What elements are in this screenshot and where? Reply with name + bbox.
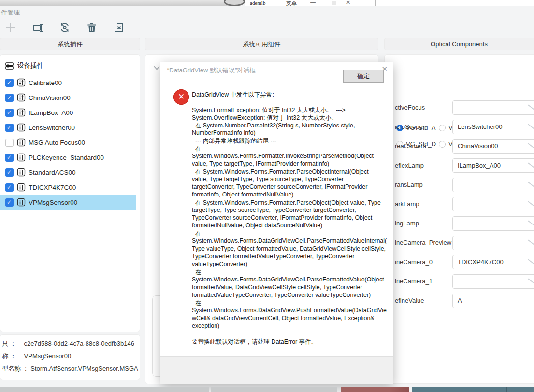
list-item[interactable]: VPMsgSensor00 [0, 195, 136, 210]
field-dropdown[interactable] [452, 216, 534, 231]
duplicate-icon[interactable] [32, 22, 43, 33]
field-value: A [458, 294, 462, 308]
ok-button[interactable]: 确定 [343, 70, 384, 83]
info-label: 只 ： [2, 339, 22, 348]
optical-field-row: ctiveFocus [385, 100, 534, 115]
field-label: ingLamp [395, 216, 419, 231]
datagridview-error-dialog: “DataGridView 默认错误”对话框 ✕ DataGridView 中发… [160, 62, 393, 384]
optical-field-row: efineValueA [385, 294, 534, 308]
remove-x-icon[interactable] [113, 22, 125, 33]
list-item[interactable]: LensSwitcher00 [0, 120, 136, 135]
list-item[interactable]: MSG Auto Focus00 [0, 135, 136, 150]
dropdown-chevron-icon[interactable] [528, 162, 534, 168]
field-label: ineCamera_1 [395, 274, 433, 289]
dialog-message-line: System.FormatException: 值对于 Int32 太大或太小。… [192, 106, 391, 114]
delete-icon[interactable] [86, 22, 98, 33]
info-value: VPMsgSensor00 [22, 352, 71, 360]
field-value: ChinaVision00 [458, 140, 498, 153]
dialog-message-line: value, Type targetType, Type sourceType,… [192, 176, 391, 183]
plugin-label: VPMsgSensor00 [29, 199, 77, 206]
dialog-message-line: System.OverflowException: 值对于 Int32 太大或太… [192, 114, 391, 122]
checkbox[interactable] [5, 124, 14, 132]
dropdown-chevron-icon[interactable] [528, 220, 534, 225]
info-value: Storm.AtfSensor.VPMsgSensor.MSGA [29, 365, 138, 372]
field-dropdown[interactable] [452, 178, 534, 192]
dialog-message-line: 在 [192, 268, 391, 276]
field-dropdown[interactable]: TDICXP4K7C00 [452, 255, 534, 269]
sliders-icon [17, 123, 26, 134]
close-button[interactable]: ✕ [346, 0, 350, 6]
dialog-message-line: TypeConverter sourceConverter, IFormatPr… [192, 214, 391, 222]
chevron-down-icon[interactable] [154, 66, 160, 70]
checkbox[interactable] [5, 109, 14, 117]
dropdown-chevron-icon[interactable] [528, 278, 534, 283]
error-icon [173, 89, 189, 105]
page-title: 件管理 [1, 8, 20, 17]
checkbox[interactable] [5, 94, 14, 102]
info-label: 型名称 ： [2, 364, 29, 373]
field-dropdown[interactable] [452, 197, 534, 211]
list-item[interactable]: PLCKeyence_Standard00 [0, 150, 136, 165]
plugin-list-panel: 设备插件 Calibrate00ChinaVision00ILampBox_A0… [0, 54, 140, 332]
dialog-message-line: 在 System.Number.ParseInt32(String s, Num… [192, 122, 391, 129]
field-dropdown[interactable] [452, 236, 534, 250]
dialog-message-line: 在 System.Windows.Forms.Formatter.ParseOb… [192, 199, 391, 207]
list-item[interactable]: Calibrate00 [0, 75, 136, 90]
field-label: icroScope [395, 120, 423, 134]
list-item[interactable]: TDICXP4K7C00 [0, 180, 136, 195]
list-item[interactable]: ChinaVision00 [0, 90, 136, 105]
sliders-icon [17, 198, 26, 209]
window-user-label: ademlb [250, 0, 265, 6]
refresh-settings-icon[interactable] [59, 22, 71, 33]
dropdown-chevron-icon[interactable] [528, 259, 534, 264]
field-dropdown[interactable] [452, 274, 534, 289]
dialog-message-line: 在 [192, 230, 391, 238]
background-strip-image-slate [412, 387, 534, 392]
dropdown-chevron-icon[interactable] [528, 201, 534, 206]
dialog-message-line: DataGridView 中发生以下异常: [192, 91, 391, 98]
field-label: ineCamera_0 [395, 255, 433, 269]
list-item[interactable]: StandardACS00 [0, 165, 136, 180]
dropdown-chevron-icon[interactable] [528, 239, 534, 245]
dialog-message-line: --- 内部异常堆栈跟踪的结尾 --- [192, 137, 391, 145]
optical-field-row: ineCamera_1 [385, 274, 534, 289]
optical-field-row: eflexLampILampBox_A00 [385, 158, 534, 173]
info-row: 型名称 ： Storm.AtfSensor.VPMsgSensor.MSGA [2, 364, 139, 373]
dropdown-chevron-icon[interactable] [528, 182, 534, 187]
checkbox[interactable] [5, 79, 14, 87]
field-dropdown[interactable]: LensSwitcher00 [452, 120, 534, 134]
dialog-message-line [192, 98, 391, 106]
device-stack-icon [5, 62, 14, 70]
dropdown-chevron-icon[interactable] [528, 104, 534, 110]
dropdown-chevron-icon[interactable] [528, 124, 534, 129]
field-label: ransLamp [395, 178, 423, 192]
sliders-icon [17, 93, 26, 104]
checkbox[interactable] [5, 168, 14, 177]
info-row: 只 ： c2e7d588-0dd2-4c7a-88c8-0edfb3b146 [2, 339, 139, 348]
field-label: arkLamp [395, 197, 419, 211]
checkbox[interactable] [5, 139, 14, 147]
menu-button[interactable]: 菜单 [286, 0, 297, 7]
field-dropdown[interactable] [452, 100, 534, 115]
dropdown-chevron-icon[interactable] [528, 143, 534, 148]
optical-field-row: ransLamp [385, 178, 534, 192]
panel-header-available-components: 系统可用组件 [145, 38, 378, 50]
dialog-message-line: NumberFormatInfo info) [192, 129, 391, 137]
checkbox[interactable] [5, 198, 14, 207]
field-input[interactable]: A [452, 294, 534, 308]
field-dropdown[interactable]: ILampBox_A00 [452, 158, 534, 173]
add-icon[interactable] [5, 22, 16, 33]
field-dropdown[interactable]: ChinaVision00 [452, 139, 534, 154]
maximize-button[interactable] [332, 1, 336, 5]
checkbox[interactable] [5, 154, 14, 162]
optical-field-row: ineCamera_Preview [385, 236, 534, 250]
list-item[interactable]: ILampBox_A00 [0, 105, 136, 120]
background-strip-gray-left [0, 387, 209, 392]
checkbox[interactable] [5, 183, 14, 192]
plugin-label: Calibrate00 [29, 79, 62, 86]
plugin-label: ChinaVision00 [29, 94, 71, 101]
dialog-message-line: System.Windows.Forms.DataGridViewCell.Pa… [192, 276, 391, 284]
plugin-tree-root[interactable]: 设备插件 [5, 61, 43, 70]
info-row: 称 ： VPMsgSensor00 [2, 352, 139, 361]
minimize-button[interactable]: — [310, 0, 316, 5]
